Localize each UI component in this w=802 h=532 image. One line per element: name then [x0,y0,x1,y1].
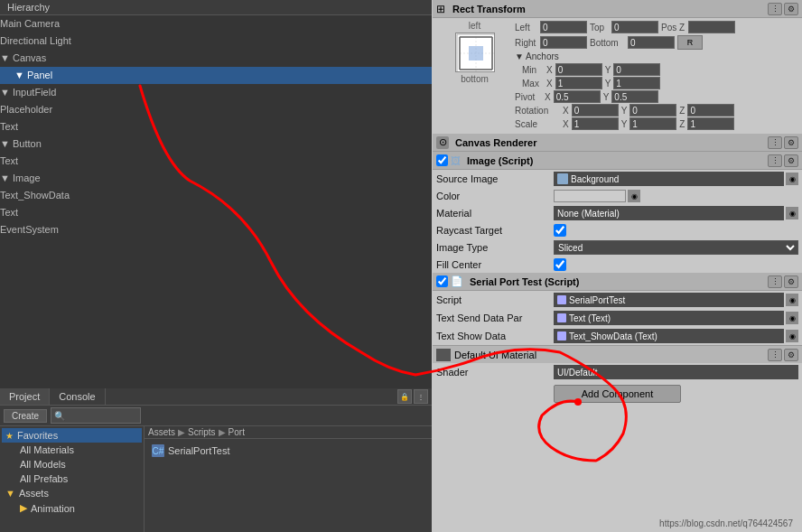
hierarchy-header: Hierarchy [0,0,432,15]
text-send-pick-btn[interactable]: ◉ [786,312,798,324]
scale-z-input[interactable] [687,117,734,130]
canvas-renderer-title: Canvas Renderer [452,137,768,148]
side-label: bottom [461,74,489,84]
min-label: Min [522,65,544,75]
color-swatch[interactable] [554,190,626,202]
rect-transform-settings-btn[interactable]: ⚙ [784,3,798,15]
hierarchy-item-placeholder[interactable]: Placeholder [0,101,432,118]
breadcrumb-bar: Assets ▶ Scripts ▶ Port [145,426,432,439]
canvas-renderer-settings-btn[interactable]: ⚙ [784,136,798,149]
script-text: SerialPortTest [569,295,625,305]
project-sidebar: ★ Favorites All Materials All Models All… [0,426,145,532]
script-pick-btn[interactable]: ◉ [786,294,798,306]
text-send-label: Text Send Data Par [436,313,554,323]
animation-item[interactable]: ▶ Animation [2,500,142,516]
image-script-settings-btn[interactable]: ⚙ [784,154,798,167]
add-component-container: Add Component [433,385,802,403]
right-input[interactable] [540,36,587,49]
posz-input[interactable] [688,21,735,33]
more-btn[interactable]: ⋮ [414,389,428,404]
all-prefabs-item[interactable]: All Prefabs [2,471,142,486]
hierarchy-item-text1[interactable]: Text [0,118,432,135]
assets-item[interactable]: ▼ Assets [2,486,142,500]
left-input[interactable] [540,21,587,33]
pivot-x-input[interactable] [554,90,601,103]
default-material-menu-btn[interactable]: ⋮ [768,349,782,361]
scale-x-input[interactable] [572,117,619,130]
hierarchy-item-canvas[interactable]: ▼ Canvas [0,50,432,67]
rotation-x-input[interactable] [572,104,619,117]
rect-transform-menu-btn[interactable]: ⋮ [768,3,782,15]
pivot-y-input[interactable] [611,90,658,103]
hierarchy-item-button[interactable]: ▼ Button [0,135,432,153]
lock-btn[interactable]: 🔒 [397,389,412,404]
console-tab[interactable]: Console [50,388,105,405]
create-button[interactable]: Create [4,409,47,423]
serial-port-settings-btn[interactable]: ⚙ [784,275,798,288]
shader-value[interactable]: UI/Default [554,365,798,379]
favorites-item[interactable]: ★ Favorites [2,428,142,443]
text-send-value[interactable]: Text (Text) [554,311,784,325]
text-show-value[interactable]: Text_ShowData (Text) [554,329,784,343]
bc-scripts[interactable]: Scripts [188,427,216,437]
material-pick-btn[interactable]: ◉ [786,207,798,219]
all-models-item[interactable]: All Models [2,457,142,471]
search-input[interactable] [65,408,137,423]
project-content: ★ Favorites All Materials All Models All… [0,426,432,532]
svg-rect-8 [469,46,483,61]
hierarchy-item-inputfield[interactable]: ▼ InputField [0,84,432,101]
source-image-pick-btn[interactable]: ◉ [786,173,798,185]
hierarchy-item-image[interactable]: ▼ Image [0,170,432,187]
image-script-title: Image (Script) [463,155,768,166]
project-tab[interactable]: Project [0,388,50,405]
text-send-row: Text Send Data Par Text (Text) ◉ [433,309,802,327]
default-material-settings-btn[interactable]: ⚙ [784,349,798,361]
scale-y-input[interactable] [629,117,676,130]
favorites-star-icon: ★ [5,431,14,441]
hierarchy-item-eventsystem[interactable]: EventSystem [0,221,432,238]
anchor-visual-widget[interactable] [455,33,495,72]
max-label: Max [522,79,544,89]
bottom-toolbar: Create 🔍 [0,406,432,426]
fill-center-checkbox[interactable] [554,258,566,271]
raycast-checkbox[interactable] [554,224,566,237]
image-script-menu-btn[interactable]: ⋮ [768,154,782,167]
min-x-input[interactable] [555,63,602,76]
hierarchy-item-directional-light[interactable]: Directional Light [0,33,432,50]
serial-port-enabled[interactable] [436,275,448,287]
bc-port[interactable]: Port [228,427,245,437]
material-value[interactable]: None (Material) [554,206,784,220]
hierarchy-item-main-camera[interactable]: Main Camera [0,15,432,33]
image-script-enabled[interactable] [436,154,448,166]
serial-port-menu-btn[interactable]: ⋮ [768,275,782,288]
bottom-panel: Project Console 🔒 ⋮ Create 🔍 ★ Favorites… [0,388,432,532]
fill-center-label: Fill Center [436,259,554,270]
bottom-input[interactable] [628,36,675,49]
bottom-label: Bottom [590,38,626,48]
hierarchy-item-text3[interactable]: Text [0,204,432,221]
r-button[interactable]: R [677,35,703,50]
rotation-z-input[interactable] [687,104,734,117]
add-component-button[interactable]: Add Component [554,385,682,403]
rect-transform-header: ⊞ Rect Transform ⋮ ⚙ [433,0,802,18]
canvas-renderer-menu-btn[interactable]: ⋮ [768,136,782,149]
bc-assets[interactable]: Assets [148,427,175,437]
source-image-value[interactable]: Background [554,172,784,186]
color-pick-btn[interactable]: ◉ [628,190,640,202]
hierarchy-item-text-showdata[interactable]: Text_ShowData [0,187,432,204]
hierarchy-item-panel[interactable]: ▼ Panel [0,67,432,84]
top-input[interactable] [611,21,658,33]
image-type-dropdown[interactable]: Sliced [554,240,798,255]
script-value[interactable]: SerialPortTest [554,293,784,307]
hierarchy-item-text2[interactable]: Text [0,153,432,170]
all-materials-item[interactable]: All Materials [2,443,142,457]
min-y-input[interactable] [613,63,660,76]
rotation-y-input[interactable] [629,104,676,117]
serialporttest-file[interactable]: C# SerialPortTest [148,443,233,459]
text-show-pick-btn[interactable]: ◉ [786,330,798,342]
material-row: Material None (Material) ◉ [433,204,802,222]
text-show-text: Text_ShowData (Text) [569,331,657,341]
max-x-input[interactable] [555,77,602,89]
hierarchy-list[interactable]: Main Camera Directional Light ▼ Canvas ▼… [0,15,432,238]
max-y-input[interactable] [613,77,660,89]
